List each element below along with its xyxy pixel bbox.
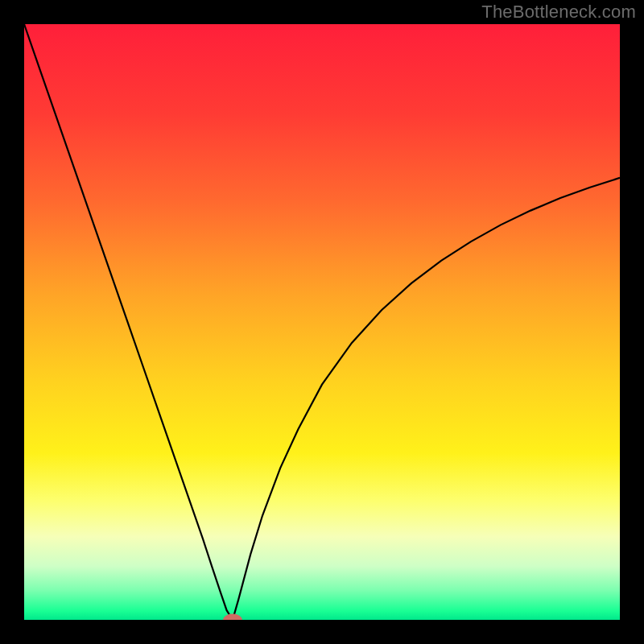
- gradient-background: [24, 24, 620, 620]
- bottleneck-chart: [24, 24, 620, 620]
- watermark-text: TheBottleneck.com: [481, 2, 636, 23]
- chart-frame: TheBottleneck.com: [0, 0, 644, 644]
